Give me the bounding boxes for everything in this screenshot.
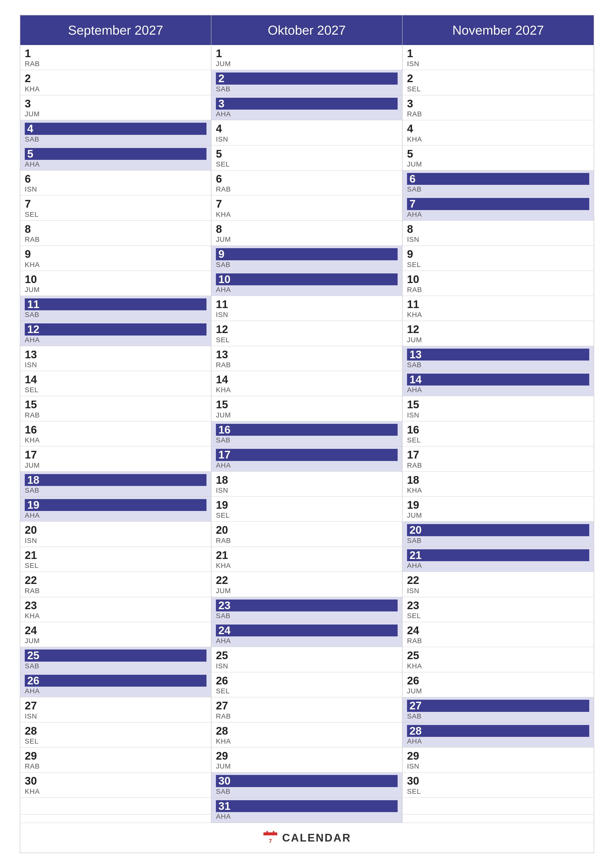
day-label: ISN <box>407 587 589 595</box>
calendar-container: September 2027 Oktober 2027 November 202… <box>20 15 594 853</box>
day-cell: 9SEL <box>403 246 594 271</box>
day-number: 23 <box>407 600 589 611</box>
day-cell: 16SAB <box>211 422 402 446</box>
day-number: 10 <box>25 273 207 285</box>
day-number: 7 <box>216 198 398 210</box>
day-label: KHA <box>25 787 207 795</box>
day-label: JUM <box>25 286 207 294</box>
day-cell: 30SAB <box>211 772 402 797</box>
day-cell: 12AHA <box>20 321 211 346</box>
day-label: RAB <box>407 637 589 645</box>
day-cell: 24RAB <box>403 622 594 647</box>
day-label: AHA <box>25 160 207 168</box>
calendar-logo-icon: 7 <box>263 831 278 845</box>
day-cell: 16KHA <box>20 422 211 446</box>
day-number: 22 <box>25 574 207 586</box>
day-cell: 5JUM <box>403 146 594 170</box>
day-cell: 27SAB <box>403 697 594 722</box>
day-label: SEL <box>25 211 207 219</box>
day-cell: 14AHA <box>403 371 594 396</box>
day-cell: 3AHA <box>211 95 402 120</box>
day-number: 20 <box>407 524 589 536</box>
day-label: AHA <box>25 512 207 519</box>
month-col-nov: 1ISN2SEL3RAB4KHA5JUM6SAB7AHA8ISN9SEL10RA… <box>403 45 594 823</box>
day-label: RAB <box>25 587 207 595</box>
day-number: 18 <box>216 474 398 486</box>
day-number: 19 <box>25 499 207 511</box>
day-number: 14 <box>216 374 398 386</box>
day-number: 15 <box>25 398 207 411</box>
day-cell: 12JUM <box>403 321 594 346</box>
day-cell: 11ISN <box>211 296 402 321</box>
day-number: 23 <box>216 600 398 611</box>
day-cell: 13SAB <box>403 346 594 371</box>
svg-rect-4 <box>266 831 268 835</box>
day-label: JUM <box>216 236 398 243</box>
day-label: JUM <box>216 587 398 595</box>
day-label: SAB <box>407 537 589 545</box>
day-number: 22 <box>407 574 589 586</box>
day-label: ISN <box>25 361 207 369</box>
day-number: 10 <box>407 273 589 285</box>
day-label: RAB <box>216 185 398 193</box>
day-number: 27 <box>407 700 589 711</box>
footer-row: 7 CALENDAR <box>20 823 594 852</box>
day-label: KHA <box>25 85 207 93</box>
day-number: 21 <box>407 549 589 561</box>
day-label: ISN <box>216 135 398 143</box>
day-label: SAB <box>407 185 589 193</box>
day-label: SAB <box>25 135 207 143</box>
day-cell: 15RAB <box>20 396 211 421</box>
day-number: 7 <box>25 198 207 210</box>
day-number: 20 <box>25 524 207 536</box>
day-number: 21 <box>25 549 207 561</box>
day-number: 26 <box>407 675 589 687</box>
day-cell: 4KHA <box>403 120 594 145</box>
day-number: 18 <box>407 474 589 486</box>
day-label: KHA <box>25 436 207 444</box>
day-number: 14 <box>407 374 589 386</box>
day-number: 15 <box>407 398 589 411</box>
month-header-sep: September 2027 <box>20 16 211 45</box>
day-label: RAB <box>25 236 207 243</box>
day-cell: 2KHA <box>20 70 211 95</box>
day-label: SEL <box>216 336 398 344</box>
day-cell: 17JUM <box>20 446 211 471</box>
day-cell: 2SEL <box>403 70 594 95</box>
day-number: 25 <box>25 649 207 661</box>
logo-area: 7 CALENDAR <box>263 831 351 845</box>
day-label: KHA <box>216 386 398 394</box>
day-label: ISN <box>25 537 207 545</box>
day-label: ISN <box>407 411 589 419</box>
day-cell: 31AHA <box>211 798 402 823</box>
day-label: SAB <box>216 612 398 620</box>
day-number: 21 <box>216 549 398 561</box>
day-number: 30 <box>216 775 398 787</box>
day-number: 11 <box>216 298 398 310</box>
day-number: 26 <box>216 675 398 687</box>
day-label: JUM <box>216 763 398 770</box>
day-number: 5 <box>216 148 398 160</box>
day-number: 6 <box>216 173 398 185</box>
day-cell: 7SEL <box>20 195 211 220</box>
day-label: RAB <box>216 712 398 720</box>
day-label: AHA <box>407 211 589 219</box>
day-cell: 6SAB <box>403 170 594 195</box>
day-label: SAB <box>25 662 207 670</box>
day-number: 1 <box>216 48 398 59</box>
day-cell: 24AHA <box>211 622 402 647</box>
day-number: 12 <box>407 323 589 335</box>
svg-text:7: 7 <box>269 838 272 844</box>
day-number: 9 <box>407 248 589 260</box>
day-cell: 11KHA <box>403 296 594 321</box>
day-cell: 7KHA <box>211 195 402 220</box>
day-label: SEL <box>25 562 207 570</box>
day-number: 22 <box>216 574 398 586</box>
day-cell: 12SEL <box>211 321 402 346</box>
day-cell: 21KHA <box>211 547 402 572</box>
day-number: 5 <box>407 148 589 160</box>
day-label: SEL <box>407 85 589 93</box>
day-number: 19 <box>216 499 398 511</box>
day-label: RAB <box>407 462 589 470</box>
day-number: 28 <box>216 725 398 737</box>
